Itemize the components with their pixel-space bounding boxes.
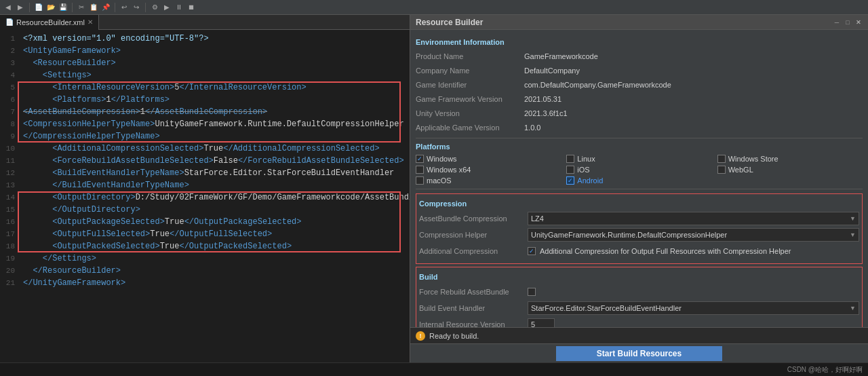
code-editor[interactable]: 1 <?xml version="1.0" encoding="UTF-8"?>… <box>0 30 410 362</box>
code-line-4: 4 <Settings> <box>0 69 410 81</box>
additional-compression-label: Additional Compression <box>419 247 528 255</box>
code-line-1: 1 <?xml version="1.0" encoding="UTF-8"?> <box>0 33 410 45</box>
code-line-6: 6 <Platforms>1</Platforms> <box>0 94 410 106</box>
toolbar-sep-2 <box>72 3 73 12</box>
platform-windows-x64: Windows x64 <box>416 166 561 174</box>
code-line-17: 17 <OutputFullSelected>True</OutputFullS… <box>0 228 410 240</box>
platform-linux: Linux <box>566 155 711 163</box>
additional-compression-value: ✓ Additional Compression for Output Full… <box>528 246 859 257</box>
event-handler-row: Build Event Handler StarForce.Editor.Sta… <box>419 301 859 315</box>
toolbar-icon-4[interactable]: 📂 <box>45 2 56 13</box>
env-game-id-row: Game Identifier com.DefaultCompany.GameF… <box>416 79 863 91</box>
env-product-name-label: Product Name <box>416 52 524 60</box>
force-rebuild-checkbox[interactable] <box>528 288 536 296</box>
platform-macos: macOS <box>416 176 561 185</box>
toolbar-icon-6[interactable]: ✂ <box>76 2 87 13</box>
toolbar-icon-9[interactable]: ⚙ <box>149 2 160 13</box>
platform-ios-label: iOS <box>577 166 589 174</box>
tab-xml[interactable]: 📄 ResourceBuilder.xml ✕ <box>0 15 99 30</box>
panel-body: Environment Information Product Name Gam… <box>410 30 868 327</box>
toolbar-icon-8[interactable]: 📌 <box>100 2 111 13</box>
toolbar-icon-3[interactable]: 📄 <box>33 2 44 13</box>
env-company-name-label: Company Name <box>416 67 524 75</box>
code-line-12: 12 <BuildEventHandlerTypeName>StarForce.… <box>0 167 410 179</box>
code-line-5: 5 <InternalResourceVersion>5</InternalRe… <box>0 81 410 94</box>
compression-helper-label: Compression Helper <box>419 231 528 239</box>
platform-ios: iOS <box>566 166 711 174</box>
toolbar-icon-redo[interactable]: ↪ <box>131 2 142 13</box>
platform-android-label: Android <box>577 176 603 185</box>
platform-windows-label: Windows <box>427 155 457 163</box>
toolbar-icon-10[interactable]: ▶ <box>161 2 172 13</box>
code-line-3: 3 <ResourceBuilder> <box>0 57 410 69</box>
platform-webgl: WebGL <box>717 166 863 174</box>
env-app-version-label: Applicable Game Version <box>416 124 524 132</box>
platform-winx64-checkbox[interactable] <box>416 166 424 174</box>
compression-helper-row: Compression Helper UnityGameFramework.Ru… <box>419 228 859 242</box>
left-panel: 📄 ResourceBuilder.xml ✕ 1 <?xml version=… <box>0 15 410 362</box>
env-company-name-row: Company Name DefaultCompany <box>416 64 863 77</box>
dropdown-arrow-2: ▼ <box>850 231 856 238</box>
code-line-15: 15 </OutputDirectory> <box>0 204 410 216</box>
internal-version-row: Internal Resource Version <box>419 318 859 327</box>
toolbar-icon-12[interactable]: ⏹ <box>186 2 197 13</box>
platform-winstore-checkbox[interactable] <box>717 155 726 163</box>
dropdown-arrow-1: ▼ <box>850 215 856 222</box>
env-product-name-row: Product Name GameFrameworkcode <box>416 50 863 62</box>
toolbar-sep-1 <box>29 3 30 12</box>
platform-macos-label: macOS <box>427 176 452 185</box>
compression-section-title: Compression <box>419 200 859 208</box>
code-line-2: 2 <UnityGameFramework> <box>0 45 410 57</box>
code-line-20: 20 </ResourceBuilder> <box>0 265 410 277</box>
internal-version-label: Internal Resource Version <box>419 320 528 327</box>
code-line-10: 10 <AdditionalCompressionSelected>True</… <box>0 143 410 155</box>
platform-windows-checkbox[interactable]: ✓ <box>416 155 424 163</box>
env-company-name-value: DefaultCompany <box>524 67 580 75</box>
tab-file-icon: 📄 <box>5 18 14 26</box>
bottom-bar-text: CSDN @哈哈，好啊好啊 <box>787 365 863 375</box>
additional-compression-checkbox-row: ✓ Additional Compression for Output Full… <box>528 246 859 257</box>
assetbundle-compression-select[interactable]: LZ4 ▼ <box>528 212 859 225</box>
platform-linux-label: Linux <box>577 155 595 163</box>
toolbar-icon-5[interactable]: 💾 <box>58 2 68 13</box>
event-handler-dropdown: StarForce.Editor.StarForceBuildEventHand… <box>528 301 859 315</box>
compression-helper-dropdown: UnityGameFramework.Runtime.DefaultCompre… <box>528 228 859 242</box>
env-gf-version-row: Game Framework Version 2021.05.31 <box>416 93 863 105</box>
code-line-7: 7 <AssetBundleCompression>1</AssetBundle… <box>0 106 410 118</box>
panel-titlebar: Resource Builder ─ □ ✕ <box>410 15 868 30</box>
event-handler-select[interactable]: StarForce.Editor.StarForceBuildEventHand… <box>528 301 859 315</box>
compression-helper-value: UnityGameFramework.Runtime.DefaultCompre… <box>531 231 727 239</box>
tab-close-btn[interactable]: ✕ <box>87 18 93 26</box>
platforms-section-title: Platforms <box>416 143 863 151</box>
minimize-btn[interactable]: ─ <box>833 18 841 26</box>
platform-android-checkbox[interactable]: ✓ <box>566 176 574 185</box>
divider-1 <box>416 138 863 138</box>
close-btn[interactable]: ✕ <box>854 18 863 26</box>
toolbar-sep-3 <box>115 3 115 12</box>
toolbar-icon-11[interactable]: ⏸ <box>174 2 184 13</box>
platform-webgl-checkbox[interactable] <box>717 166 726 174</box>
maximize-btn[interactable]: □ <box>844 18 852 26</box>
toolbar-icon-2[interactable]: ▶ <box>15 2 26 13</box>
toolbar-icon-undo[interactable]: ↩ <box>119 2 130 13</box>
platform-winx64-label: Windows x64 <box>427 166 471 174</box>
toolbar-icon-1[interactable]: ◀ <box>3 2 14 13</box>
platform-macos-checkbox[interactable] <box>416 176 424 185</box>
env-game-id-value: com.DefaultCompany.GameFrameworkcode <box>524 81 671 89</box>
env-unity-version-label: Unity Version <box>416 109 524 117</box>
start-build-button[interactable]: Start Build Resources <box>556 346 722 361</box>
status-icon: ! <box>416 331 425 341</box>
code-line-18: 18 <OutputPackedSelected>True</OutputPac… <box>0 240 410 252</box>
code-line-14: 14 <OutputDirectory>D:/Study/02FrameWork… <box>0 191 410 204</box>
env-section-title: Environment Information <box>416 38 863 46</box>
env-unity-version-value: 2021.3.6f1c1 <box>524 109 568 117</box>
additional-compression-checkbox[interactable]: ✓ <box>528 247 536 255</box>
platform-ios-checkbox[interactable] <box>566 166 574 174</box>
assetbundle-compression-label: AssetBundle Compression <box>419 214 528 223</box>
internal-version-input[interactable] <box>528 318 555 327</box>
compression-helper-select[interactable]: UnityGameFramework.Runtime.DefaultCompre… <box>528 228 859 242</box>
titlebar-controls: ─ □ ✕ <box>833 18 863 26</box>
toolbar: ◀ ▶ 📄 📂 💾 ✂ 📋 📌 ↩ ↪ ⚙ ▶ ⏸ ⏹ <box>0 0 868 15</box>
platform-linux-checkbox[interactable] <box>566 155 574 163</box>
toolbar-icon-7[interactable]: 📋 <box>88 2 99 13</box>
